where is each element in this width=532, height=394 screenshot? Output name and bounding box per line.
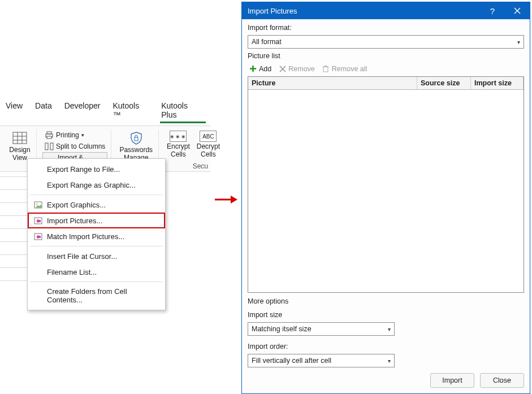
menu-export-range-file[interactable]: Export Range to File...: [28, 161, 165, 177]
import-order-combo[interactable]: Fill vertically cell after cell ▾: [248, 354, 395, 367]
remove-label: Remove: [288, 65, 315, 73]
menu-separator: [30, 246, 163, 246]
tab-data[interactable]: Data: [34, 99, 53, 123]
dialog-titlebar[interactable]: Import Pictures ?: [242, 2, 530, 19]
group-label-security: Secu: [193, 162, 208, 170]
import-export-menu: Export Range to File... Export Range as …: [27, 158, 166, 310]
svg-rect-9: [50, 143, 53, 150]
blank-icon: [33, 164, 42, 174]
chevron-down-icon: ▾: [517, 39, 520, 45]
import-order-label: Import order:: [248, 343, 524, 350]
help-button[interactable]: ?: [480, 2, 505, 19]
grid-header: Picture Source size Import size: [248, 77, 524, 90]
close-button[interactable]: [505, 2, 530, 19]
menu-label: Create Folders from Cell Contents...: [47, 287, 158, 304]
menu-label: Filename List...: [47, 268, 97, 276]
dialog-title: Import Pictures: [248, 7, 297, 15]
menu-label: Match Import Pictures...: [47, 232, 124, 241]
picture-icon: [33, 200, 42, 209]
menu-filename-list[interactable]: Filename List...: [28, 264, 165, 280]
svg-point-12: [36, 203, 37, 205]
col-source-size[interactable]: Source size: [417, 77, 471, 89]
menu-label: Import Pictures...: [47, 217, 102, 225]
import-button[interactable]: Import: [430, 373, 474, 388]
x-icon: [278, 64, 287, 73]
close-icon: [514, 7, 521, 14]
decrypt-label: Decrypt Cells: [197, 143, 220, 159]
menu-separator: [30, 194, 163, 195]
more-options-label: More options: [248, 296, 524, 305]
group-encrypt: ∗∗∗ Encrypt Cells ABC Decrypt Cells: [161, 129, 222, 171]
col-import-size[interactable]: Import size: [471, 77, 524, 89]
svg-rect-7: [47, 136, 51, 138]
shield-icon: [128, 131, 144, 145]
decrypt-cells-button[interactable]: ABC Decrypt Cells: [194, 129, 222, 160]
dialog-footer: Import Close: [242, 367, 530, 393]
svg-rect-23: [323, 67, 328, 72]
grid-body-empty: [248, 90, 524, 292]
asterisk-icon: ∗∗∗: [170, 131, 187, 142]
menu-insert-file-cursor[interactable]: Insert File at Cursor...: [28, 248, 165, 264]
blank-icon: [33, 291, 42, 300]
menu-match-import-pictures[interactable]: Match Import Pictures...: [28, 228, 165, 244]
picture-grid: Picture Source size Import size: [248, 76, 524, 293]
import-size-label: Import size: [248, 311, 524, 319]
split-columns-icon: [45, 142, 54, 151]
grid-icon: [12, 131, 28, 145]
tab-view[interactable]: View: [5, 99, 24, 123]
chevron-down-icon: ▾: [388, 358, 391, 364]
encrypt-label: Encrypt Cells: [167, 143, 190, 159]
svg-rect-10: [135, 137, 138, 141]
match-import-icon: [33, 232, 42, 241]
menu-label: Export Graphics...: [47, 201, 106, 209]
import-format-value: All format: [252, 38, 282, 46]
import-size-value: Matching itself size: [252, 325, 312, 333]
chevron-down-icon: ▾: [388, 326, 391, 332]
add-button[interactable]: Add: [249, 64, 271, 73]
import-size-combo[interactable]: Matching itself size ▾: [248, 322, 395, 336]
tab-kutools-plus[interactable]: Kutools Plus: [160, 99, 206, 123]
import-format-combo[interactable]: All format ▾: [248, 35, 524, 49]
menu-export-range-graphic[interactable]: Export Range as Graphic...: [28, 177, 165, 193]
menu-export-graphics[interactable]: Export Graphics...: [28, 197, 165, 213]
abc-icon: ABC: [200, 131, 217, 142]
import-order-value: Fill vertically cell after cell: [252, 357, 331, 365]
help-icon: ?: [490, 6, 495, 16]
menu-label: Insert File at Cursor...: [47, 252, 117, 261]
chevron-down-icon: ▾: [81, 132, 84, 138]
picture-list-toolbar: Add Remove Remove all: [248, 63, 524, 73]
ribbon-tab-strip: View Data Developer Kutools ™ Kutools Pl…: [0, 99, 210, 125]
picture-list-label: Picture list: [248, 52, 524, 60]
trash-icon: [322, 64, 330, 73]
svg-rect-0: [13, 132, 27, 144]
import-format-label: Import format:: [248, 24, 524, 32]
printer-icon: [45, 131, 54, 140]
remove-button[interactable]: Remove: [278, 64, 315, 73]
menu-label: Export Range to File...: [47, 165, 120, 174]
menu-create-folders[interactable]: Create Folders from Cell Contents...: [28, 284, 165, 308]
dialog-body: Import format: All format ▾ Picture list…: [242, 19, 530, 367]
import-pictures-dialog: Import Pictures ? Import format: All for…: [241, 2, 530, 394]
svg-marker-16: [231, 196, 237, 204]
import-pictures-icon: [33, 216, 42, 225]
tab-kutools[interactable]: Kutools ™: [112, 99, 150, 123]
close-dialog-button[interactable]: Close: [480, 373, 524, 388]
spreadsheet-grid: [0, 163, 27, 291]
printing-button[interactable]: Printing ▾: [42, 129, 86, 141]
encrypt-cells-button[interactable]: ∗∗∗ Encrypt Cells: [165, 129, 192, 160]
add-label: Add: [259, 65, 271, 73]
tab-developer[interactable]: Developer: [63, 99, 102, 123]
menu-label: Export Range as Graphic...: [47, 181, 136, 189]
col-picture[interactable]: Picture: [248, 77, 417, 89]
svg-rect-8: [45, 143, 48, 150]
remove-all-button[interactable]: Remove all: [322, 64, 367, 73]
plus-icon: [249, 64, 257, 73]
printing-label: Printing: [56, 131, 79, 139]
arrow-icon: [215, 194, 237, 205]
svg-rect-6: [47, 132, 51, 134]
remove-all-label: Remove all: [332, 65, 367, 73]
menu-import-pictures[interactable]: Import Pictures...: [28, 213, 165, 228]
split-columns-button[interactable]: Split to Columns: [42, 141, 107, 152]
blank-icon: [33, 267, 42, 276]
menu-separator: [30, 282, 163, 282]
